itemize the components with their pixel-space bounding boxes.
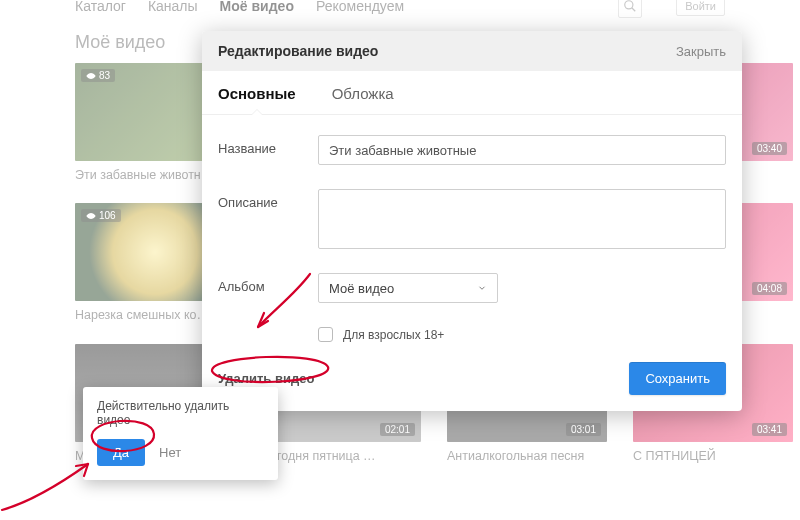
adult-label: Для взрослых 18+	[343, 328, 444, 342]
modal-title: Редактирование видео	[218, 43, 378, 59]
delete-confirm-popover: Действительно удалить видео Да Нет	[83, 387, 278, 480]
label-name: Название	[218, 135, 314, 156]
album-selected-value: Моё видео	[329, 281, 394, 296]
album-select[interactable]: Моё видео	[318, 273, 498, 303]
tab-main[interactable]: Основные	[218, 85, 296, 114]
confirm-text: Действительно удалить видео	[97, 399, 264, 427]
label-album: Альбом	[218, 273, 314, 294]
save-button[interactable]: Сохранить	[629, 362, 726, 395]
close-button[interactable]: Закрыть	[676, 44, 726, 59]
edit-video-modal: Редактирование видео Закрыть Основные Об…	[202, 31, 742, 411]
confirm-yes-button[interactable]: Да	[97, 439, 145, 466]
modal-header: Редактирование видео Закрыть	[202, 31, 742, 71]
modal-tabs: Основные Обложка	[202, 71, 742, 115]
adult-checkbox[interactable]	[318, 327, 333, 342]
tab-cover[interactable]: Обложка	[332, 85, 394, 114]
delete-video-link[interactable]: Удалить видео	[218, 371, 314, 386]
description-input[interactable]	[318, 189, 726, 249]
chevron-down-icon	[477, 283, 487, 293]
label-description: Описание	[218, 189, 314, 210]
name-input[interactable]	[318, 135, 726, 165]
confirm-no-button[interactable]: Нет	[159, 445, 181, 460]
